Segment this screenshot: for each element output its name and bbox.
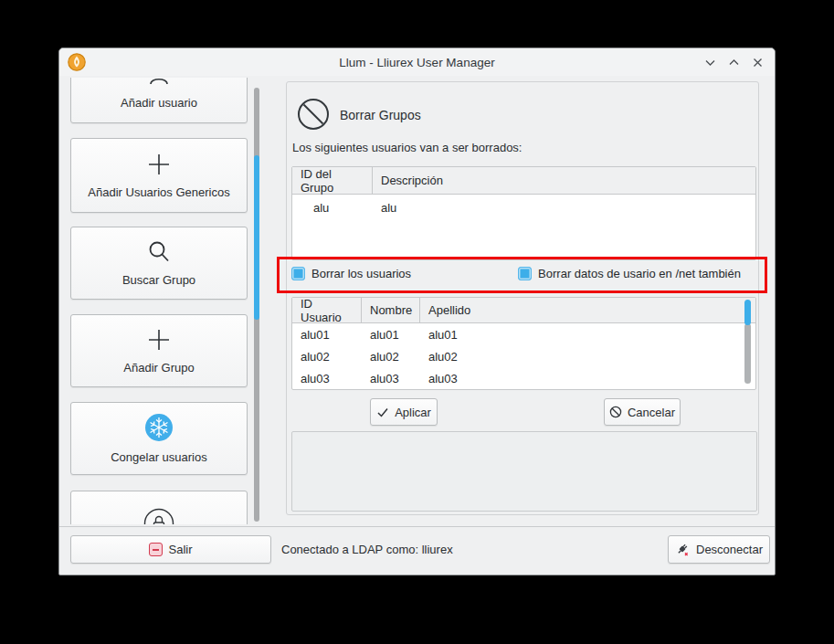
cancel-button-label: Cancelar [628, 406, 675, 419]
page-title: Borrar Grupos [340, 108, 421, 122]
cell-surname: alu01 [420, 328, 466, 342]
table-row[interactable]: alu alu [292, 195, 755, 220]
users-table-scrollbar[interactable] [744, 300, 751, 384]
sidebar-item-label: Añadir usuario [121, 96, 197, 110]
sidebar: Añadir usuario Añadir Usuarios Genericos… [70, 78, 248, 524]
users-table: ID Usuario Nombre Apellido alu01 alu01 a… [291, 297, 756, 390]
maximize-button[interactable] [728, 57, 740, 69]
window-title: Llum - Lliurex User Manager [59, 56, 775, 69]
cell-user-id: alu03 [292, 372, 362, 385]
disconnect-button-label: Desconectar [696, 543, 763, 556]
exit-button[interactable]: Salir [70, 535, 271, 564]
option-delete-users[interactable]: Borrar los usuarios [291, 267, 411, 280]
exit-icon [149, 543, 163, 556]
statusbar-divider [59, 526, 775, 527]
sidebar-item-add-generic-users[interactable]: Añadir Usuarios Genericos [70, 138, 248, 213]
sidebar-item-label: Añadir Usuarios Genericos [88, 185, 229, 199]
checkbox-delete-users[interactable] [291, 267, 305, 280]
user-icon [145, 78, 173, 88]
sidebar-item-add-group[interactable]: Añadir Grupo [70, 314, 248, 387]
sidebar-item-search-group[interactable]: Buscar Grupo [70, 227, 248, 300]
freeze-icon [144, 413, 174, 442]
cell-group-id: alu [292, 201, 373, 215]
no-entry-icon [296, 97, 331, 132]
intro-label: Los siguientes usuarios van a ser borrad… [292, 141, 522, 154]
sidebar-item-label: Buscar Grupo [122, 273, 195, 287]
search-icon [146, 239, 172, 265]
sidebar-item-label: Añadir Grupo [123, 361, 194, 375]
apply-button-label: Aplicar [395, 406, 431, 419]
plus-icon [146, 327, 172, 353]
close-button[interactable] [752, 57, 764, 69]
llum-flame-icon [68, 53, 86, 71]
sidebar-item-label: Congelar usuarios [111, 450, 207, 464]
lock-icon [143, 508, 174, 525]
plus-icon [146, 152, 172, 177]
cell-surname: alu03 [420, 372, 466, 385]
cell-name: alu01 [362, 328, 420, 342]
groups-table: ID del Grupo Descripción alu alu [291, 166, 756, 260]
exit-button-label: Salir [168, 543, 192, 556]
table-row[interactable]: alu02 alu02 alu02 [292, 345, 755, 367]
checkbox-label: Borrar los usuarios [311, 267, 411, 280]
disconnect-button[interactable]: Desconectar [668, 535, 770, 564]
cancel-button[interactable]: Cancelar [604, 398, 681, 426]
option-delete-net-data[interactable]: Borrar datos de usario en /net también [518, 267, 741, 280]
scrollbar-track[interactable] [744, 323, 751, 384]
scrollbar-thumb[interactable] [744, 300, 751, 325]
check-icon [376, 406, 389, 418]
app-window: Llum - Lliurex User Manager Añadir usuar… [58, 48, 776, 575]
column-header-description[interactable]: Descripción [373, 167, 755, 194]
ldap-status-text: Conectado a LDAP como: lliurex [281, 543, 453, 556]
cell-name: alu03 [362, 372, 420, 385]
sidebar-scrollbar[interactable] [254, 88, 259, 522]
plug-disconnect-icon [675, 542, 691, 557]
cell-name: alu02 [362, 350, 420, 364]
table-row[interactable]: alu03 alu03 alu03 [292, 367, 755, 389]
apply-button[interactable]: Aplicar [370, 398, 438, 426]
column-header-surname[interactable]: Apellido [420, 298, 755, 322]
cell-user-id: alu01 [292, 328, 362, 342]
sidebar-item-lock-users[interactable] [70, 491, 248, 524]
minimize-button[interactable] [704, 57, 716, 69]
no-entry-icon [609, 406, 622, 418]
cell-surname: alu02 [420, 350, 466, 364]
sidebar-scrollbar-thumb[interactable] [254, 155, 259, 320]
cell-description: alu [373, 201, 405, 215]
column-header-group-id[interactable]: ID del Grupo [292, 167, 373, 194]
column-header-user-id[interactable]: ID Usuario [292, 298, 362, 322]
titlebar: Llum - Lliurex User Manager [59, 48, 775, 76]
sidebar-item-add-user[interactable]: Añadir usuario [70, 78, 248, 123]
sidebar-item-freeze-users[interactable]: Congelar usuarios [70, 402, 248, 475]
message-box [291, 431, 757, 512]
delete-options-row: Borrar los usuarios Borrar datos de usar… [291, 267, 741, 280]
column-header-name[interactable]: Nombre [362, 298, 420, 322]
delete-groups-panel: Borrar Grupos Los siguientes usuarios va… [286, 81, 759, 515]
cell-user-id: alu02 [292, 350, 362, 364]
checkbox-label: Borrar datos de usario en /net también [538, 267, 741, 280]
checkbox-delete-net-data[interactable] [518, 267, 532, 280]
table-row[interactable]: alu01 alu01 alu01 [292, 323, 755, 345]
